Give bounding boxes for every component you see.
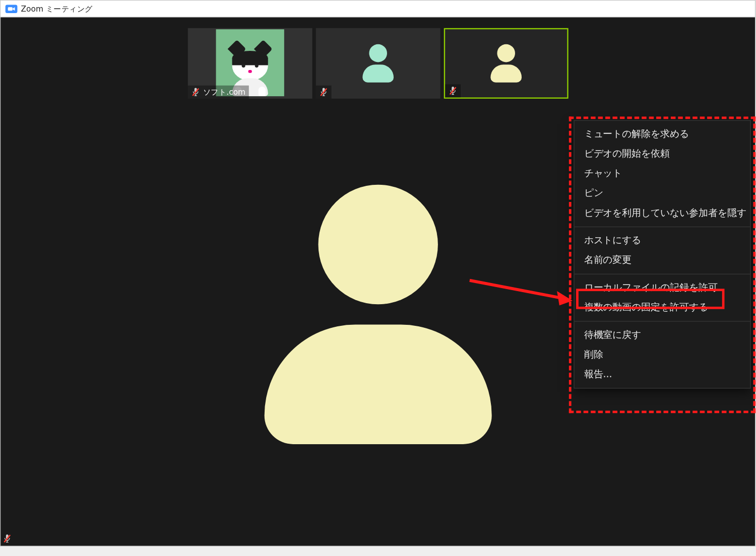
menu-allow-multi-pin[interactable]: 複数の動画の固定を許可する (575, 298, 750, 317)
microphone-muted-icon (319, 87, 328, 97)
participant-label-bar: ソフト.com (187, 86, 249, 99)
menu-make-host[interactable]: ホストにする (575, 231, 750, 250)
zoom-meeting-window: Zoom ミーティング (0, 0, 755, 546)
menu-separator (575, 227, 750, 227)
participant-tile-2[interactable] (316, 28, 440, 99)
menu-remove[interactable]: 削除 (575, 345, 750, 365)
menu-pin[interactable]: ピン (575, 183, 750, 203)
participant-name-label: ソフト.com (203, 87, 245, 97)
participant-context-menu: ミュートの解除を求める ビデオの開始を依頼 チャット ピン ビデオを利用していな… (574, 120, 750, 389)
svg-rect-0 (8, 7, 12, 11)
menu-separator (575, 274, 750, 274)
microphone-muted-icon (449, 86, 457, 96)
menu-chat[interactable]: チャット (575, 164, 750, 183)
title-bar: Zoom ミーティング (1, 1, 755, 17)
menu-allow-local-recording[interactable]: ローカルファイルの記録を許可 (575, 278, 750, 298)
participant-label-bar (445, 84, 461, 97)
self-microphone-muted-icon[interactable] (3, 534, 12, 543)
menu-report[interactable]: 報告... (575, 365, 750, 384)
menu-rename[interactable]: 名前の変更 (575, 250, 750, 270)
participant-tile-1[interactable]: ソフト.com (187, 28, 312, 99)
window-title: Zoom ミーティング (21, 4, 93, 14)
participant-tile-3-active[interactable] (444, 28, 568, 99)
microphone-muted-icon (191, 87, 200, 97)
menu-return-to-waiting-room[interactable]: 待機室に戻す (575, 325, 750, 345)
menu-ask-unmute[interactable]: ミュートの解除を求める (575, 124, 750, 144)
main-participant-avatar (264, 185, 491, 444)
participant-tile-strip: ソフト.com (187, 28, 568, 99)
avatar-placeholder (362, 44, 394, 83)
avatar-placeholder (490, 44, 522, 83)
menu-hide-non-video[interactable]: ビデオを利用していない参加者を隠す (575, 203, 750, 223)
menu-ask-start-video[interactable]: ビデオの開始を依頼 (575, 144, 750, 164)
menu-separator (575, 321, 750, 321)
participant-label-bar (316, 86, 331, 99)
zoom-app-icon (6, 5, 18, 13)
svg-marker-18 (557, 291, 573, 305)
meeting-area: ソフト.com (1, 17, 755, 545)
